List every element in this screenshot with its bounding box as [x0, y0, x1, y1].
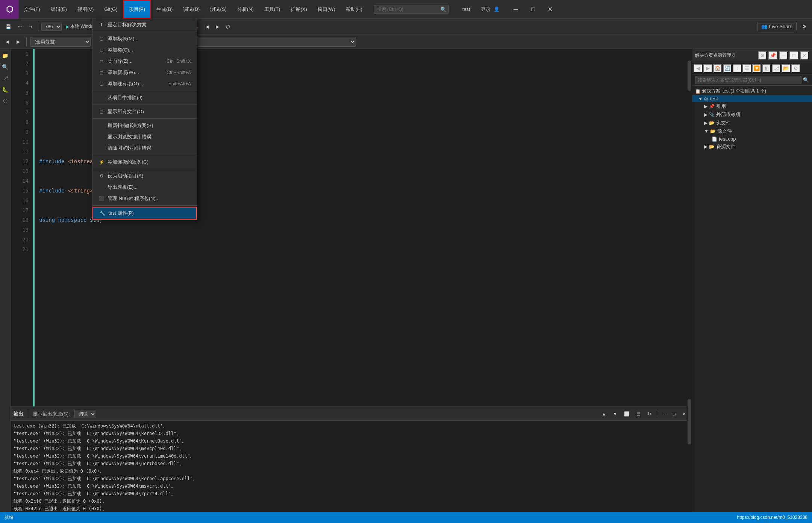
dd-wizard[interactable]: ◻ 类向导(Z)... Ctrl+Shift+X: [92, 56, 197, 67]
se-home-btn[interactable]: 🏠: [713, 64, 722, 73]
add-service-icon: ⚡: [98, 159, 105, 165]
dd-add-existing-label: 添加现有项(G)...: [108, 80, 143, 87]
dd-clear-browse-errors-label: 清除浏览数据库错误: [108, 145, 151, 152]
se-git-btn[interactable]: ⎇: [772, 64, 781, 73]
references-node[interactable]: ▶ 📌 引用: [692, 102, 812, 111]
output-line: "test.exe" (Win32): 已加载 "C:\Windows\SysW…: [14, 437, 689, 445]
resources-node[interactable]: ▶ 📂 资源文件: [692, 142, 812, 151]
activity-search-icon[interactable]: 🔍: [0, 62, 11, 72]
dd-properties[interactable]: 🔧 test 属性(P): [92, 207, 197, 220]
activity-debug-icon[interactable]: 🐛: [0, 84, 11, 95]
se-refresh-btn[interactable]: 🔄: [723, 64, 732, 73]
menu-project[interactable]: 项目(P): [123, 0, 151, 18]
se-maximize-btn[interactable]: □: [789, 51, 798, 60]
toolbar-bookmark3-btn[interactable]: ▶: [213, 23, 222, 30]
menu-file[interactable]: 文件(F): [19, 0, 45, 18]
scope-select[interactable]: (全局范围): [30, 37, 91, 47]
output-toolbar: 输出 显示输出来源(S): 调试 ▲ ▼ ⬜ ☰ ↻ ─ □ ✕: [11, 407, 692, 421]
sources-node[interactable]: ▼ 📂 源文件: [692, 127, 812, 135]
account-login[interactable]: 登录: [481, 6, 491, 13]
live-share-button[interactable]: 👥 Live Share: [757, 22, 797, 31]
dd-nuget[interactable]: ⬛ 管理 NuGet 程序包(N)...: [92, 193, 197, 204]
se-pin-btn[interactable]: 📌: [768, 51, 777, 60]
menu-analyze[interactable]: 分析(N): [232, 0, 259, 18]
menu-build[interactable]: 生成(B): [151, 0, 178, 18]
dd-exclude[interactable]: 从项目中排除(J): [92, 92, 197, 103]
output-clear-btn[interactable]: ☰: [634, 410, 643, 418]
dd-show-all[interactable]: ◻ 显示所有文件(O): [92, 106, 197, 117]
dd-set-startup[interactable]: ⚙ 设为启动项目(A): [92, 170, 197, 182]
toolbar-undo-btn[interactable]: ↩: [15, 23, 24, 30]
se-preview-btn[interactable]: ◧: [762, 64, 771, 73]
menu-git[interactable]: Git(G): [99, 0, 123, 18]
se-minimize-btn[interactable]: ─: [779, 51, 788, 60]
editor-scrollbar[interactable]: [687, 49, 692, 406]
scrollbar-thumb[interactable]: [688, 61, 691, 91]
dd-export-template[interactable]: 导出模板(E)...: [92, 182, 197, 193]
external-deps-node[interactable]: ▶ 📎 外部依赖项: [692, 111, 812, 119]
output-prev-btn[interactable]: ▲: [599, 410, 609, 418]
toolbar-save-btn[interactable]: 💾: [3, 23, 14, 30]
output-copy-btn[interactable]: ⬜: [621, 410, 632, 418]
activity-git-icon[interactable]: ⎇: [0, 73, 11, 83]
se-filter-btn[interactable]: 🔽: [752, 64, 761, 73]
se-properties-btn[interactable]: ⚙: [791, 64, 800, 73]
output-line: "test.exe" (Win32): 已加载 "C:\Windows\SysW…: [14, 430, 689, 437]
se-show-all-btn[interactable]: ☰: [742, 64, 751, 73]
output-minimize-btn[interactable]: ─: [660, 410, 669, 418]
config-select[interactable]: x86: [41, 23, 62, 31]
maximize-button[interactable]: □: [524, 0, 542, 19]
dd-add-existing[interactable]: ◻ 添加现有项(G)... Shift+Alt+A: [92, 78, 197, 89]
output-wrap-btn[interactable]: ↻: [645, 410, 654, 418]
menu-test[interactable]: 测试(S): [205, 0, 232, 18]
close-button[interactable]: ✕: [542, 0, 559, 19]
toolbar-settings-btn[interactable]: ⚙: [800, 23, 809, 30]
se-settings-btn[interactable]: ⚙: [758, 51, 767, 60]
activity-explorer-icon[interactable]: 📁: [0, 50, 11, 61]
output-scrollbar-thumb[interactable]: [688, 399, 691, 444]
menu-help[interactable]: 帮助(H): [341, 0, 368, 18]
menu-extensions[interactable]: 扩展(X): [285, 0, 312, 18]
dd-add-service[interactable]: ⚡ 添加连接的服务(C): [92, 156, 197, 168]
se-search-input[interactable]: [695, 76, 801, 84]
toolbar-bookmark4-btn[interactable]: ⬡: [223, 23, 232, 30]
se-content: 📋 解决方案 'test'(1 个项目/共 1 个) ▼ 🗂 test ▶ 📌 …: [692, 86, 812, 512]
status-url[interactable]: https://blog.csdn.net/m0_51028338: [737, 515, 807, 520]
toolbar-bookmark2-btn[interactable]: ◀: [203, 23, 212, 30]
dd-rescan[interactable]: 重新扫描解决方案(S): [92, 120, 197, 131]
nav-back-btn[interactable]: ◀: [3, 38, 12, 45]
project-node[interactable]: ▼ 🗂 test: [692, 95, 812, 102]
activity-extensions-icon[interactable]: ⬡: [0, 96, 11, 106]
se-nav-forward-btn[interactable]: ▶: [703, 64, 712, 73]
output-source-select[interactable]: 调试: [74, 410, 96, 418]
menu-tools[interactable]: 工具(T): [259, 0, 286, 18]
dd-add-new[interactable]: ◻ 添加新项(W)... Ctrl+Shift+A: [92, 67, 197, 78]
se-nav-back-btn[interactable]: ◀: [694, 64, 703, 73]
dd-add-module[interactable]: ◻ 添加模块(M)...: [92, 33, 197, 44]
dd-clear-browse-errors[interactable]: 清除浏览数据库错误: [92, 142, 197, 154]
solution-node[interactable]: 📋 解决方案 'test'(1 个项目/共 1 个): [692, 87, 812, 95]
se-close-btn[interactable]: ✕: [800, 51, 809, 60]
menu-debug[interactable]: 调试(D): [178, 0, 205, 18]
dd-add-class[interactable]: ◻ 添加类(C)...: [92, 44, 197, 56]
dd-retarget[interactable]: ⬆ 重定目标解决方案: [92, 19, 197, 30]
output-scrollbar-track[interactable]: [687, 395, 692, 500]
test-cpp-node[interactable]: 📄 test.cpp: [692, 135, 812, 142]
dd-show-browse-errors[interactable]: 显示浏览数据库错误: [92, 131, 197, 142]
references-expand-icon: ▶: [704, 104, 707, 109]
se-open-editor-btn[interactable]: 📂: [782, 64, 791, 73]
nav-forward-btn[interactable]: ▶: [14, 38, 23, 45]
dd-wizard-label: 类向导(Z)...: [108, 58, 132, 65]
headers-node[interactable]: ▶ 📂 头文件: [692, 119, 812, 127]
se-collapse-btn[interactable]: ↕: [733, 64, 742, 73]
output-maximize-btn[interactable]: □: [670, 410, 678, 418]
output-next-btn[interactable]: ▼: [610, 410, 620, 418]
se-search-icon: 🔍: [803, 77, 809, 83]
search-input[interactable]: [374, 5, 449, 14]
menu-window[interactable]: 窗口(W): [312, 0, 341, 18]
menu-edit[interactable]: 编辑(E): [45, 0, 72, 18]
toolbar-redo-btn[interactable]: ↪: [26, 23, 35, 30]
output-sep: [28, 410, 28, 418]
minimize-button[interactable]: ─: [507, 0, 524, 19]
menu-view[interactable]: 视图(V): [72, 0, 99, 18]
